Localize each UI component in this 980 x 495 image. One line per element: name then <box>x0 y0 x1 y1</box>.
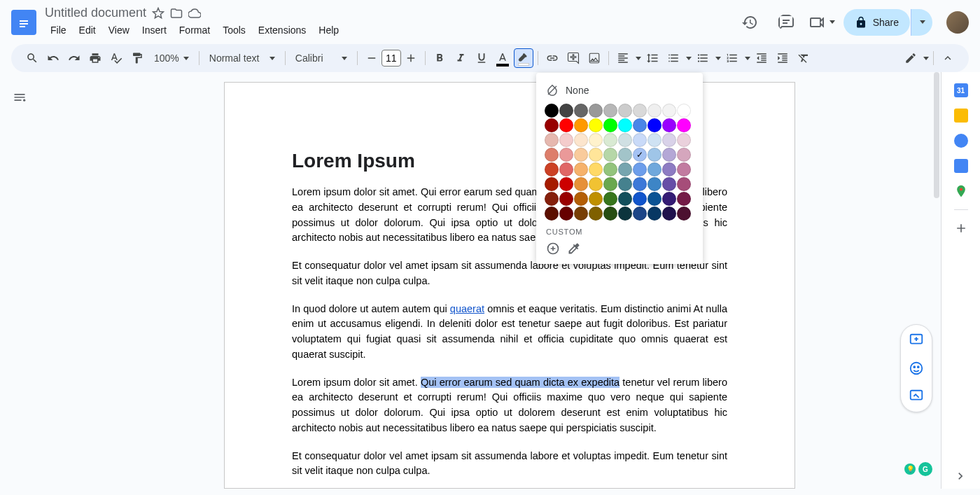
color-swatch[interactable] <box>677 207 691 221</box>
search-icon[interactable] <box>22 48 42 68</box>
line-spacing-icon[interactable] <box>643 48 662 68</box>
color-swatch[interactable] <box>648 177 662 191</box>
color-swatch[interactable] <box>545 104 559 118</box>
color-swatch[interactable] <box>589 162 603 176</box>
tasks-icon[interactable] <box>954 134 968 148</box>
color-swatch[interactable] <box>677 162 691 176</box>
color-swatch[interactable] <box>545 118 559 132</box>
grammarly-widget[interactable]: 💡 G <box>904 462 932 476</box>
bullet-list-icon[interactable] <box>693 48 713 68</box>
color-swatch[interactable] <box>633 133 647 147</box>
menu-help[interactable]: Help <box>313 22 344 39</box>
meet-button[interactable] <box>808 14 835 31</box>
checklist-dropdown[interactable] <box>686 57 692 60</box>
color-swatch[interactable] <box>677 177 691 191</box>
add-addon-icon[interactable] <box>954 221 968 235</box>
color-swatch[interactable] <box>545 177 559 191</box>
eyedropper-icon[interactable] <box>567 242 581 256</box>
undo-icon[interactable] <box>43 48 63 68</box>
color-swatch[interactable] <box>618 148 632 162</box>
color-swatch[interactable] <box>633 192 647 206</box>
color-swatch[interactable] <box>559 207 573 221</box>
font-increase-icon[interactable] <box>401 48 421 68</box>
share-dropdown[interactable] <box>911 9 932 36</box>
color-swatch[interactable] <box>633 162 647 176</box>
color-swatch[interactable] <box>633 207 647 221</box>
color-swatch[interactable] <box>662 148 676 162</box>
indent-decrease-icon[interactable] <box>752 48 771 68</box>
color-none-option[interactable]: None <box>545 81 694 104</box>
color-swatch[interactable] <box>545 207 559 221</box>
color-swatch[interactable] <box>648 192 662 206</box>
color-swatch[interactable] <box>618 133 632 147</box>
color-swatch[interactable] <box>589 207 603 221</box>
numbered-list-icon[interactable] <box>722 48 742 68</box>
cloud-icon[interactable] <box>188 7 201 20</box>
user-avatar[interactable] <box>946 11 969 34</box>
color-swatch[interactable] <box>559 162 573 176</box>
color-swatch[interactable] <box>633 118 647 132</box>
color-swatch[interactable] <box>574 118 588 132</box>
add-comment-icon[interactable] <box>564 48 583 68</box>
expand-panel-icon[interactable] <box>941 463 980 489</box>
color-swatch[interactable] <box>574 162 588 176</box>
color-swatch[interactable] <box>603 177 617 191</box>
outline-toggle-icon[interactable] <box>8 86 31 109</box>
menu-file[interactable]: File <box>45 22 72 39</box>
color-swatch[interactable] <box>648 207 662 221</box>
color-swatch[interactable] <box>648 148 662 162</box>
color-swatch[interactable] <box>603 192 617 206</box>
color-swatch[interactable] <box>603 162 617 176</box>
menu-tools[interactable]: Tools <box>217 22 251 39</box>
image-icon[interactable] <box>584 48 604 68</box>
bullet-dropdown[interactable] <box>715 57 721 60</box>
color-swatch[interactable] <box>589 104 603 118</box>
page[interactable]: Lorem Ipsum Lorem ipsum dolor sit amet. … <box>224 82 795 489</box>
maps-icon[interactable] <box>954 184 968 198</box>
underline-icon[interactable] <box>472 48 491 68</box>
keep-icon[interactable] <box>954 109 968 123</box>
color-swatch[interactable] <box>648 162 662 176</box>
share-button[interactable]: Share <box>844 9 910 36</box>
editing-mode-icon[interactable] <box>901 48 920 68</box>
italic-icon[interactable] <box>451 48 470 68</box>
align-dropdown[interactable] <box>636 57 641 60</box>
color-swatch[interactable] <box>574 192 588 206</box>
color-swatch[interactable] <box>589 118 603 132</box>
color-swatch[interactable] <box>589 148 603 162</box>
color-swatch[interactable] <box>677 118 691 132</box>
color-swatch[interactable] <box>633 177 647 191</box>
color-swatch[interactable] <box>574 177 588 191</box>
color-swatch[interactable] <box>633 104 647 118</box>
color-swatch[interactable] <box>662 207 676 221</box>
color-swatch[interactable] <box>662 104 676 118</box>
style-select[interactable]: Normal text <box>204 50 281 67</box>
contacts-icon[interactable] <box>954 159 968 173</box>
document-canvas[interactable]: Lorem Ipsum Lorem ipsum dolor sit amet. … <box>39 72 980 489</box>
color-swatch[interactable] <box>618 207 632 221</box>
color-swatch[interactable] <box>618 162 632 176</box>
color-swatch[interactable] <box>633 148 647 162</box>
color-swatch[interactable] <box>545 148 559 162</box>
color-swatch[interactable] <box>559 104 573 118</box>
color-swatch[interactable] <box>618 192 632 206</box>
color-swatch[interactable] <box>545 133 559 147</box>
menu-insert[interactable]: Insert <box>136 22 172 39</box>
color-swatch[interactable] <box>545 162 559 176</box>
color-swatch[interactable] <box>603 118 617 132</box>
color-swatch[interactable] <box>574 104 588 118</box>
color-swatch[interactable] <box>648 133 662 147</box>
add-custom-color-icon[interactable] <box>546 242 560 256</box>
color-swatch[interactable] <box>603 148 617 162</box>
star-icon[interactable] <box>152 7 164 20</box>
doc-title[interactable]: Untitled document <box>45 6 146 20</box>
docs-logo-icon[interactable] <box>11 10 36 35</box>
color-swatch[interactable] <box>677 148 691 162</box>
menu-edit[interactable]: Edit <box>74 22 102 39</box>
color-swatch[interactable] <box>559 177 573 191</box>
bold-icon[interactable] <box>430 48 449 68</box>
link-icon[interactable] <box>542 48 562 68</box>
color-swatch[interactable] <box>603 207 617 221</box>
grammarly-hint-icon[interactable]: 💡 <box>904 463 916 475</box>
color-swatch[interactable] <box>603 104 617 118</box>
